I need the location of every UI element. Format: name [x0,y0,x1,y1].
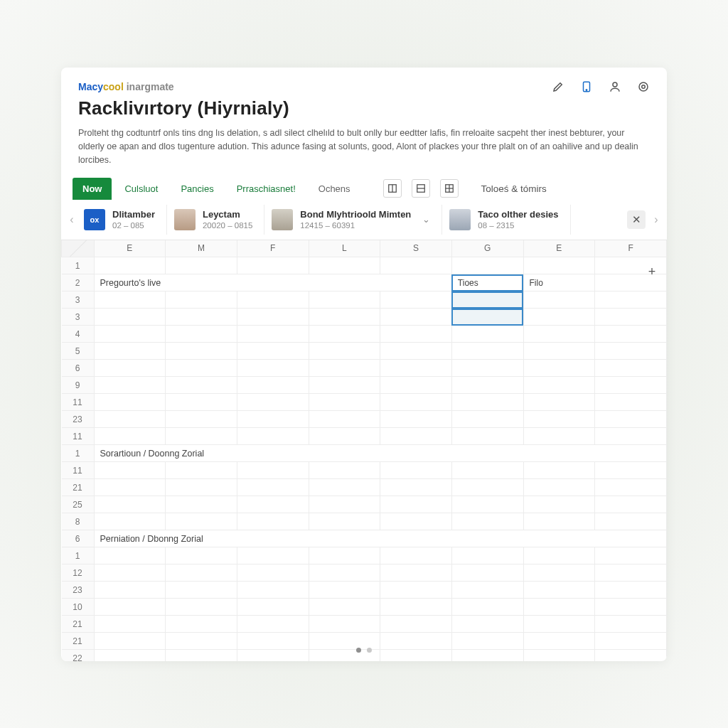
cell[interactable] [451,411,523,428]
row-header[interactable]: 4 [62,326,95,343]
row-header[interactable]: 21 [62,616,95,633]
tab-3[interactable]: Prraschiasnet! [227,178,306,200]
cell[interactable] [595,326,667,343]
cell[interactable] [380,394,452,411]
cell[interactable] [166,599,237,616]
cell[interactable] [595,428,667,445]
cell[interactable] [451,513,523,530]
cell[interactable] [523,343,595,360]
cell[interactable] [237,291,309,309]
row-header[interactable]: 25 [62,496,95,513]
cell[interactable] [237,428,309,445]
row-header[interactable]: 23 [62,411,95,428]
cell[interactable] [237,479,309,496]
col-header-7[interactable]: F [595,240,667,257]
cell[interactable] [309,428,380,445]
cell[interactable] [166,462,237,479]
cell[interactable] [237,411,309,428]
cell[interactable] [523,394,595,411]
cell[interactable] [451,599,523,616]
cell[interactable] [523,564,595,582]
row-header[interactable]: 1 [62,257,95,274]
tools-link[interactable]: Toloeś & tómirs [481,183,547,194]
cell[interactable] [166,564,237,582]
row-header[interactable]: 6 [62,530,95,547]
cell[interactable] [595,496,667,513]
cell[interactable] [166,479,237,496]
cell[interactable] [451,326,523,343]
tab-1[interactable]: Culsluot [114,178,168,200]
cell[interactable] [523,479,595,496]
cell[interactable] [523,326,595,343]
cell[interactable] [451,309,523,326]
mobile-icon[interactable] [580,80,593,93]
cell[interactable] [309,394,380,411]
cell[interactable] [380,343,452,360]
col-header-4[interactable]: S [380,240,452,257]
cell[interactable] [237,377,309,394]
cell[interactable] [94,257,166,274]
row-header[interactable]: 10 [62,599,95,616]
cell[interactable] [523,291,595,309]
cell[interactable] [94,462,166,479]
cell[interactable] [237,309,309,326]
cell[interactable] [451,257,523,274]
cell[interactable] [451,291,523,309]
cell[interactable] [595,479,667,496]
cell[interactable] [523,513,595,530]
pen-icon[interactable] [552,80,564,93]
cell[interactable] [309,513,380,530]
col-header-3[interactable]: L [309,240,380,257]
cell[interactable] [166,582,237,599]
cell[interactable] [595,582,667,599]
cell[interactable] [309,547,380,564]
cell[interactable] [380,513,452,530]
cell[interactable] [237,343,309,360]
cell[interactable] [380,479,452,496]
cell[interactable] [380,257,452,274]
cell[interactable] [309,462,380,479]
cell[interactable] [166,411,237,428]
cell[interactable] [595,411,667,428]
cell[interactable] [523,360,595,377]
cell[interactable] [237,394,309,411]
scroll-left-button[interactable]: ‹ [64,204,80,235]
user-icon[interactable] [609,80,621,93]
view-grid-button[interactable] [440,179,459,198]
cell[interactable] [94,377,166,394]
col-header-0[interactable]: E [94,240,166,257]
cell[interactable] [595,377,667,394]
cell[interactable] [451,564,523,582]
row-header[interactable]: 3 [62,309,95,326]
cell[interactable] [309,616,380,633]
cell[interactable] [595,291,667,309]
cell[interactable] [94,360,166,377]
cell[interactable] [523,547,595,564]
cell[interactable] [523,599,595,616]
cell[interactable] [523,462,595,479]
cell[interactable] [166,291,237,309]
cell[interactable] [595,564,667,582]
cell[interactable] [94,599,166,616]
cell[interactable] [166,343,237,360]
row-header[interactable]: 6 [62,360,95,377]
cell[interactable] [237,360,309,377]
cell[interactable] [237,599,309,616]
cell[interactable] [380,428,452,445]
cell[interactable] [94,309,166,326]
cell[interactable] [309,291,380,309]
cell[interactable] [380,360,452,377]
cell[interactable] [451,394,523,411]
cell[interactable] [523,411,595,428]
cell[interactable] [309,496,380,513]
row-header[interactable]: 9 [62,377,95,394]
cell[interactable] [166,428,237,445]
cell[interactable] [94,291,166,309]
tab-0[interactable]: Now [73,178,112,200]
cell[interactable] [451,496,523,513]
cell[interactable] [523,582,595,599]
cell[interactable] [595,547,667,564]
cell[interactable] [451,428,523,445]
cell[interactable] [451,462,523,479]
cell[interactable] [595,394,667,411]
